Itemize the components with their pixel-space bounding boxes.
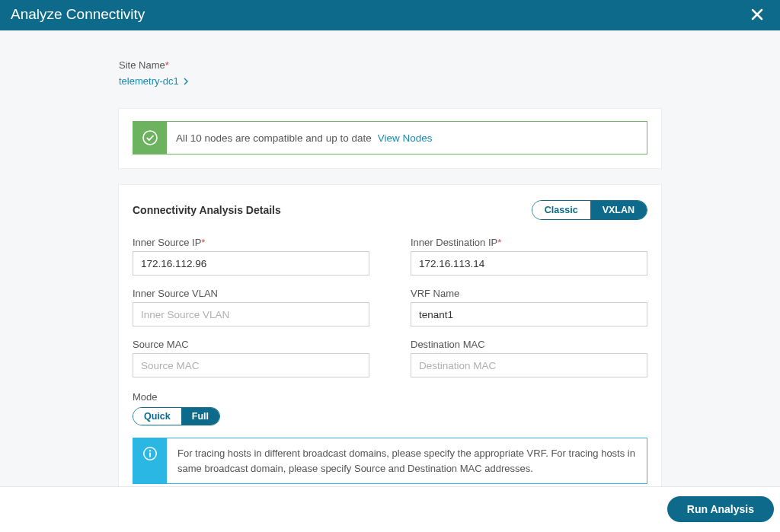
svg-point-2 <box>149 450 151 451</box>
content-area: Site Name* telemetry-dc1 <box>0 30 780 486</box>
destination-mac-label: Destination MAC <box>411 339 647 350</box>
svg-rect-3 <box>149 453 151 457</box>
run-analysis-button[interactable]: Run Analysis <box>667 496 774 522</box>
modal-title: Analyze Connectivity <box>11 6 145 23</box>
mode-toggle: Quick Full <box>133 407 220 425</box>
inner-source-vlan-field: Inner Source VLAN <box>133 288 369 327</box>
destination-mac-field: Destination MAC <box>411 339 647 377</box>
site-name-value: telemetry-dc1 <box>119 75 179 87</box>
source-mac-input[interactable] <box>133 353 369 377</box>
close-button[interactable] <box>746 7 768 22</box>
site-name-block: Site Name* telemetry-dc1 <box>119 59 661 88</box>
close-icon <box>750 7 765 22</box>
form-grid: Inner Source IP* Inner Destination IP* I… <box>133 237 647 377</box>
destination-mac-input[interactable] <box>411 353 647 377</box>
inner-source-ip-field: Inner Source IP* <box>133 237 369 276</box>
mode-quick-option[interactable]: Quick <box>133 408 181 425</box>
site-name-label-text: Site Name <box>119 59 165 71</box>
mode-full-option[interactable]: Full <box>181 408 219 425</box>
details-card: Connectivity Analysis Details Classic VX… <box>119 185 661 486</box>
info-icon <box>142 446 158 461</box>
site-name-label: Site Name* <box>119 59 661 71</box>
status-card: All 10 nodes are compatible and up to da… <box>119 109 661 168</box>
vrf-name-label: VRF Name <box>411 288 647 299</box>
site-name-link[interactable]: telemetry-dc1 <box>119 75 190 87</box>
required-marker: * <box>201 237 205 248</box>
encap-type-toggle: Classic VXLAN <box>532 200 647 220</box>
status-row: All 10 nodes are compatible and up to da… <box>133 121 647 155</box>
status-icon-box <box>133 121 167 155</box>
view-nodes-link[interactable]: View Nodes <box>372 132 433 144</box>
encap-vxlan-option[interactable]: VXLAN <box>590 201 647 219</box>
inner-destination-ip-field: Inner Destination IP* <box>411 237 647 276</box>
encap-classic-option[interactable]: Classic <box>532 201 590 219</box>
vrf-name-input[interactable] <box>411 302 647 327</box>
inner-destination-ip-input[interactable] <box>411 251 647 276</box>
mode-label: Mode <box>133 391 647 403</box>
analyze-connectivity-modal: Analyze Connectivity Site Name* telemetr… <box>0 0 780 532</box>
vrf-name-field: VRF Name <box>411 288 647 327</box>
info-icon-box <box>133 438 167 483</box>
inner-source-ip-label: Inner Source IP* <box>133 237 369 248</box>
footer: Run Analysis <box>0 486 780 532</box>
svg-point-0 <box>143 131 157 145</box>
inner-source-vlan-input[interactable] <box>133 302 369 327</box>
inner-source-ip-input[interactable] <box>133 251 369 276</box>
status-text: All 10 nodes are compatible and up to da… <box>167 132 372 144</box>
details-title: Connectivity Analysis Details <box>133 204 281 216</box>
source-mac-label: Source MAC <box>133 339 369 350</box>
info-banner: For tracing hosts in different broadcast… <box>133 438 647 484</box>
info-text: For tracing hosts in different broadcast… <box>167 438 647 483</box>
inner-source-vlan-label: Inner Source VLAN <box>133 288 369 299</box>
source-mac-field: Source MAC <box>133 339 369 377</box>
inner-destination-ip-label: Inner Destination IP* <box>411 237 647 248</box>
chevron-right-icon <box>182 78 190 85</box>
titlebar: Analyze Connectivity <box>0 0 780 30</box>
check-circle-icon <box>142 129 158 146</box>
required-marker: * <box>497 237 501 248</box>
mode-block: Mode Quick Full <box>133 391 647 425</box>
required-marker: * <box>165 59 169 71</box>
details-header: Connectivity Analysis Details Classic VX… <box>133 200 647 220</box>
